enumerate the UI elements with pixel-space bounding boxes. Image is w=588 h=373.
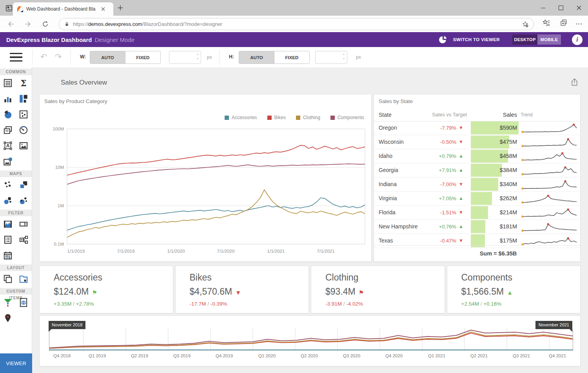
back-icon — [7, 20, 15, 28]
pie-map-icon[interactable] — [16, 193, 31, 208]
new-tab-button[interactable] — [117, 5, 124, 12]
export-button[interactable] — [570, 78, 579, 87]
table-row[interactable]: Oregon-7.79%▼$590M — [374, 121, 580, 135]
mobile-toggle-button[interactable]: MOBILE — [537, 34, 561, 45]
listbox-icon[interactable] — [0, 232, 16, 248]
table-row[interactable]: Indiana-7.00%▼$340M — [374, 177, 580, 192]
pie-icon[interactable] — [0, 107, 16, 122]
textbox-icon[interactable]: A — [0, 138, 16, 154]
range-end-handle[interactable] — [573, 329, 573, 351]
refresh-button[interactable] — [40, 19, 50, 29]
kpi-card-components[interactable]: Components$1,566.5M▲+2.54M / +0.16% — [447, 266, 581, 313]
treeview-icon[interactable] — [16, 232, 31, 248]
close-button[interactable] — [570, 0, 588, 16]
funnel-icon[interactable] — [0, 295, 16, 310]
grid-icon[interactable] — [0, 75, 16, 91]
sales-vs-target: -7.79% — [413, 121, 456, 135]
kpi-card-accessories[interactable]: Accessories$124.0M⚑+3.35M / +2.78% — [39, 266, 173, 313]
gauge-icon[interactable] — [16, 122, 31, 138]
range-selector-item[interactable]: November 2018 November 2021 Q4 2018Q1 20… — [39, 315, 581, 366]
minimize-button[interactable] — [534, 0, 552, 16]
kpi-title: Clothing — [325, 272, 358, 283]
back-button[interactable] — [5, 19, 16, 29]
bubble-map-icon[interactable] — [0, 193, 16, 208]
card-icon[interactable] — [0, 122, 16, 138]
tab-close-icon[interactable] — [100, 6, 106, 12]
tab-actions-icon[interactable] — [5, 4, 13, 13]
chart-icon[interactable] — [0, 91, 16, 107]
date-filter-icon[interactable] — [0, 248, 16, 263]
undo-button[interactable]: ↶ — [40, 51, 47, 63]
maximize-button[interactable] — [552, 0, 570, 16]
state-name: New Hampshire — [379, 220, 418, 234]
scatter-icon[interactable] — [16, 107, 31, 122]
url-field[interactable]: https://demos.devexpress.com/BlazorDashb… — [59, 18, 534, 30]
range-filter-icon[interactable] — [0, 216, 16, 232]
switch-to-viewer-button[interactable]: SWITCH TO VIEWER — [453, 37, 500, 42]
kpi-title: Accessories — [54, 272, 102, 283]
collections-icon[interactable] — [560, 19, 568, 27]
spin-down-icon[interactable]: ▼ — [196, 57, 199, 61]
devexpress-favicon — [17, 6, 23, 12]
treemap-icon[interactable] — [16, 91, 31, 107]
spin-down-icon[interactable]: ▼ — [343, 57, 345, 61]
combobox-icon[interactable] — [16, 216, 31, 232]
height-auto-button[interactable]: AUTO — [239, 51, 274, 63]
group-icon[interactable] — [0, 271, 16, 287]
svg-text:Q3 2021: Q3 2021 — [513, 353, 530, 358]
triangle-up-icon: ▲ — [459, 149, 463, 163]
toolbox-section-label: MAPS — [0, 170, 32, 177]
table-row[interactable]: Wisconsin-0.50%▼$475M — [374, 135, 580, 149]
redo-button[interactable]: ↷ — [55, 51, 62, 63]
table-row[interactable]: Florida-1.51%▼$214M — [374, 206, 580, 220]
app-header: DevExpress Blazor Dashboard Designer Mod… — [0, 32, 588, 47]
forward-button[interactable] — [23, 19, 33, 29]
geopoint-map-icon[interactable] — [0, 177, 16, 193]
trend-sparkline — [521, 122, 579, 134]
kpi-card-clothing[interactable]: Clothing$93.4M⚑-3.91M / -4.02% — [311, 266, 445, 313]
table-row[interactable]: New Hampshire+0.76%▲$181M — [374, 220, 580, 234]
height-value-input[interactable]: ▲▼ — [315, 51, 347, 64]
add-favorite-icon[interactable] — [522, 21, 529, 28]
range-start-handle[interactable] — [49, 329, 49, 351]
favorites-hub-icon[interactable] — [543, 19, 550, 27]
width-fixed-button[interactable]: FIXED — [125, 51, 160, 63]
info-button[interactable]: i — [572, 34, 583, 45]
kpi-card-bikes[interactable]: Bikes$4,570.6M▼-17.7M / -0.39% — [175, 266, 309, 313]
sales-by-category-chart-item[interactable]: Sales by Product Category AccessoriesBik… — [39, 94, 372, 262]
kpi-delta: +3.35M / +2.78% — [54, 301, 94, 307]
pivot-icon[interactable]: Σ — [16, 75, 31, 91]
height-fixed-button[interactable]: FIXED — [274, 51, 309, 63]
sales-vs-target: -1.51% — [413, 206, 456, 219]
table-row[interactable]: Virginia+7.05%▲$262M — [374, 192, 580, 206]
url-text: https://demos.devexpress.com/BlazorDashb… — [73, 21, 522, 27]
width-value-input[interactable]: ▲▼ — [169, 51, 201, 64]
spin-up-icon[interactable]: ▲ — [196, 53, 199, 56]
viewer-button[interactable]: VIEWER — [0, 353, 32, 373]
table-sum: Sum = $6.35B — [471, 246, 526, 261]
browser-menu-icon[interactable]: ⋯ — [575, 19, 583, 29]
bound-image-icon[interactable] — [0, 154, 16, 169]
image-icon[interactable] — [16, 138, 31, 154]
sales-value: $214M — [478, 206, 517, 219]
menu-hamburger-icon[interactable] — [10, 53, 22, 62]
browser-tab[interactable]: Web Dashboard - Dashboard Bla — [13, 2, 113, 16]
state-name: Virginia — [379, 192, 397, 205]
height-label: H: — [229, 54, 234, 60]
toolbox-section-label: LAYOUT — [0, 264, 32, 271]
webpage-icon[interactable] — [16, 295, 31, 310]
map-pin-icon[interactable] — [0, 310, 16, 326]
range-end-flag[interactable]: November 2021 — [535, 321, 572, 329]
triangle-down-icon: ▼ — [459, 177, 463, 191]
tab-container-icon[interactable] — [16, 271, 31, 287]
kpi-value: $4,570.6M▼ — [190, 286, 241, 297]
sales-by-state-table-item[interactable]: Sales by State StateSales vs TargetSales… — [374, 94, 581, 262]
choropleth-map-icon[interactable] — [16, 177, 31, 193]
table-row[interactable]: Idaho+0.79%▲$458M — [374, 149, 580, 163]
spin-up-icon[interactable]: ▲ — [343, 53, 345, 56]
desktop-toggle-button[interactable]: DESKTOP — [512, 34, 537, 45]
table-header: StateSales vs TargetSalesTrend — [374, 109, 580, 121]
table-row[interactable]: Georgia+7.91%▲$384M — [374, 163, 580, 177]
width-auto-button[interactable]: AUTO — [90, 51, 125, 63]
range-start-flag[interactable]: November 2018 — [49, 321, 85, 329]
